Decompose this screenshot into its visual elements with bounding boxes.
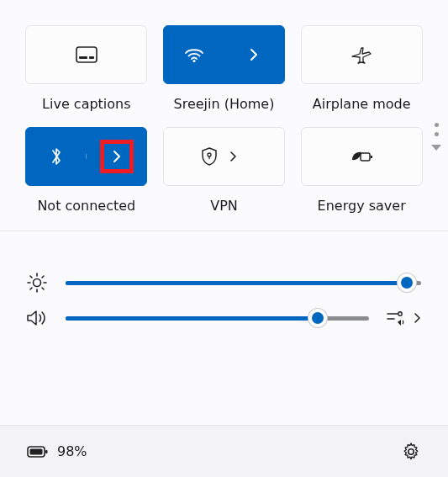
tile-live-captions-label: Live captions [42, 96, 131, 112]
tile-wifi-toggle[interactable] [164, 46, 224, 63]
quick-settings-grid: Live captions Sreejin (Home) Airplane mo… [0, 0, 448, 231]
battery-icon [27, 444, 49, 459]
leaf-battery-icon [350, 148, 373, 165]
brightness-icon [25, 272, 49, 294]
tile-wifi-label: Sreejin (Home) [174, 96, 275, 112]
tile-bluetooth-wrap: Not connected [25, 127, 148, 214]
tile-airplane-label: Airplane mode [313, 96, 411, 112]
sliders-section [0, 231, 448, 368]
svg-point-4 [208, 153, 211, 156]
speaker-icon [25, 309, 49, 327]
svg-rect-2 [89, 56, 94, 59]
tile-bluetooth-toggle[interactable] [26, 146, 87, 167]
panel-scroll-indicator[interactable] [431, 123, 441, 151]
bluetooth-icon [50, 146, 63, 167]
svg-rect-1 [79, 56, 87, 59]
shield-lock-icon [200, 146, 219, 167]
tile-energy-wrap: Energy saver [300, 127, 423, 214]
chevron-down-icon [431, 145, 441, 151]
tile-wifi-wrap: Sreejin (Home) [163, 25, 286, 112]
svg-line-15 [30, 288, 32, 289]
svg-point-19 [398, 312, 402, 315]
tile-bluetooth-expand[interactable] [87, 149, 147, 164]
tile-bluetooth-label: Not connected [37, 198, 135, 214]
brightness-row [25, 272, 421, 294]
brightness-slider[interactable] [66, 275, 421, 290]
tile-wifi-expand[interactable] [224, 47, 284, 62]
chevron-right-icon [229, 151, 237, 162]
svg-rect-21 [30, 448, 43, 454]
svg-point-23 [408, 448, 414, 453]
tile-vpn-toggle[interactable] [164, 146, 224, 167]
tile-vpn[interactable] [163, 127, 285, 186]
dot-icon [435, 132, 439, 136]
dot-icon [435, 123, 439, 127]
battery-text: 98% [57, 443, 87, 459]
captions-icon [76, 46, 98, 63]
svg-line-13 [30, 276, 32, 278]
tile-bluetooth[interactable] [25, 127, 147, 186]
chevron-right-icon [112, 149, 122, 164]
airplane-icon [350, 45, 372, 64]
gear-icon [401, 442, 421, 462]
svg-rect-7 [371, 156, 372, 158]
volume-row [25, 309, 421, 327]
volume-slider[interactable] [66, 310, 369, 326]
svg-point-3 [192, 60, 195, 62]
tile-airplane-wrap: Airplane mode [300, 25, 423, 112]
tile-live-captions[interactable] [25, 25, 147, 84]
tile-live-captions-wrap: Live captions [25, 25, 148, 112]
svg-point-8 [34, 279, 41, 287]
svg-line-16 [42, 276, 44, 278]
tile-vpn-expand[interactable] [224, 151, 284, 162]
audio-output-icon[interactable] [386, 310, 406, 326]
tile-vpn-wrap: VPN [163, 127, 286, 214]
bottom-status-bar: 98% [0, 425, 448, 477]
tile-energy-label: Energy saver [318, 198, 406, 214]
chevron-right-icon[interactable] [413, 312, 421, 324]
tile-vpn-label: VPN [210, 198, 238, 214]
svg-rect-0 [76, 47, 97, 62]
tile-airplane[interactable] [301, 25, 423, 84]
svg-rect-6 [361, 153, 370, 161]
svg-rect-22 [45, 450, 48, 453]
svg-line-14 [42, 288, 44, 289]
chevron-right-icon [249, 47, 259, 62]
tile-energy[interactable] [301, 127, 423, 186]
battery-status[interactable]: 98% [27, 443, 87, 459]
wifi-icon [183, 46, 205, 63]
settings-button[interactable] [401, 442, 421, 462]
tile-wifi[interactable] [163, 25, 285, 84]
